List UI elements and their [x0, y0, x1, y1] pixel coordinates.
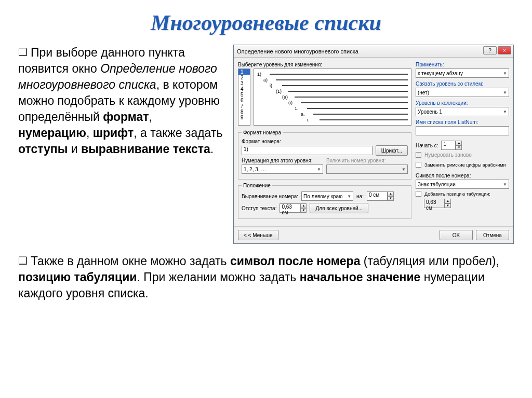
- num-style-label: Нумерация для этого уровня:: [242, 158, 323, 163]
- indent-label: Отступ текста:: [242, 205, 276, 211]
- start-label: Начать с:: [416, 143, 438, 148]
- listnum-label: Имя списка поля ListNum:: [416, 119, 509, 125]
- paragraph-2: ❑Также в данном окне можно задать символ…: [18, 253, 514, 301]
- all-levels-button[interactable]: Для всех уровней...: [310, 203, 368, 213]
- include-level-combo: ▼: [326, 164, 408, 174]
- level-item: 9: [238, 115, 250, 120]
- bullet-icon: ❑: [18, 46, 28, 58]
- dialog-title-text: Определение нового многоуровневого списк…: [237, 48, 358, 54]
- help-button[interactable]: ?: [483, 46, 497, 54]
- listnum-input[interactable]: [416, 126, 509, 135]
- tab-spinner[interactable]: 0,63 см▲▼: [424, 199, 451, 208]
- align-label: Выравнивание номера:: [242, 194, 298, 199]
- level-item: 2: [238, 75, 250, 80]
- align-combo[interactable]: По левому краю▼: [301, 191, 353, 201]
- tab-checkbox[interactable]: [416, 191, 421, 197]
- dialog-titlebar: Определение нового многоуровневого списк…: [234, 45, 513, 58]
- indent-spinner[interactable]: 0,63 см▲▼: [280, 203, 307, 213]
- level-item: 5: [238, 92, 250, 98]
- ok-button[interactable]: OK: [440, 230, 473, 240]
- font-button[interactable]: Шрифт...: [376, 145, 408, 156]
- start-spinner[interactable]: 1▲▼: [441, 141, 462, 150]
- format-input[interactable]: 1): [242, 146, 373, 155]
- position-legend: Положение: [242, 183, 272, 188]
- level-collection-label: Уровень в коллекции:: [416, 100, 509, 106]
- format-label: Формат номера:: [242, 139, 408, 144]
- restart-label: Нумеровать заново: [424, 152, 472, 158]
- symbol-combo[interactable]: Знак табуляции▼: [416, 180, 509, 189]
- dialog-window: Определение нового многоуровневого списк…: [233, 45, 514, 244]
- less-button[interactable]: < < Меньше: [238, 230, 278, 240]
- level-item: 4: [238, 86, 250, 92]
- level-item: 8: [238, 109, 250, 115]
- include-level-label: Включить номер уровня:: [326, 158, 408, 163]
- level-item: 1: [238, 69, 250, 75]
- apply-label: Применить:: [416, 62, 509, 67]
- level-preview: 1) a) i) (1) (a) (i) 1. a. i.: [254, 68, 411, 126]
- restart-checkbox: [416, 152, 421, 158]
- bullet-icon: ❑: [18, 255, 28, 266]
- level-collection-combo[interactable]: Уровень 1▼: [416, 107, 509, 116]
- at-label: на:: [356, 194, 364, 199]
- level-item: 6: [238, 98, 250, 103]
- format-fieldset: Формат номера Формат номера: 1) Шрифт...…: [238, 130, 411, 180]
- level-listbox[interactable]: 1 2 3 4 5 6 7 8 9: [238, 68, 250, 126]
- roman-checkbox[interactable]: [416, 162, 421, 168]
- at-spinner[interactable]: 0 см▲▼: [367, 191, 394, 201]
- level-item: 3: [238, 80, 250, 86]
- symbol-after-label: Символ после номера:: [416, 173, 509, 179]
- level-item: 7: [238, 103, 250, 109]
- description-column: ❑При выборе данного пункта появится окно…: [18, 45, 223, 244]
- roman-label: Заменить римские цифры арабскими: [424, 162, 506, 168]
- slide-title: Многоуровневые списки: [18, 10, 514, 35]
- select-level-label: Выберите уровень для изменения:: [238, 62, 411, 67]
- paragraph-1: ❑При выборе данного пункта появится окно…: [18, 45, 223, 157]
- link-style-label: Связать уровень со стилем:: [416, 81, 509, 87]
- apply-combo[interactable]: к текущему абзацу▼: [416, 68, 509, 78]
- num-style-combo[interactable]: 1, 2, 3, …▼: [242, 164, 323, 174]
- format-legend: Формат номера: [242, 130, 283, 135]
- close-button[interactable]: ×: [498, 46, 511, 54]
- link-style-combo[interactable]: (нет)▼: [416, 88, 509, 97]
- cancel-button[interactable]: Отмена: [476, 230, 509, 240]
- tab-label: Добавить позицию табуляции:: [424, 191, 490, 197]
- position-fieldset: Положение Выравнивание номера: По левому…: [238, 183, 411, 219]
